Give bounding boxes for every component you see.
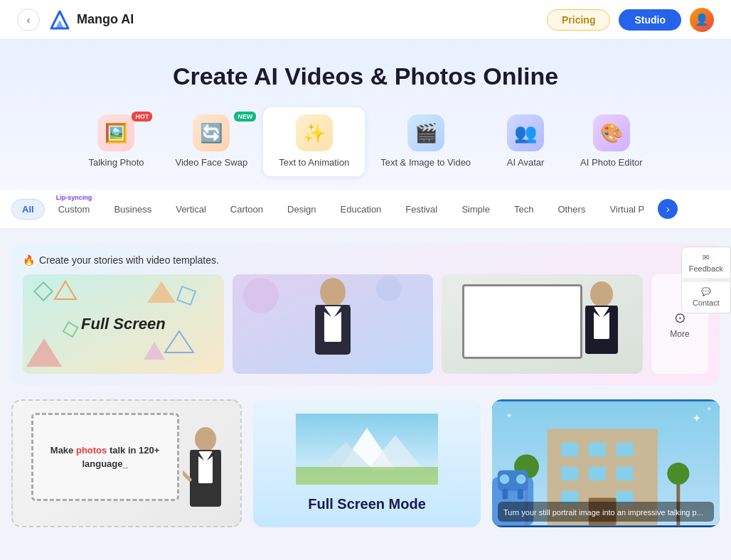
tool-item-ai-avatar[interactable]: 👥AI Avatar — [486, 107, 565, 176]
feedback-icon: ✉ — [703, 253, 709, 262]
svg-point-19 — [590, 281, 613, 307]
svg-point-14 — [320, 278, 346, 306]
svg-rect-42 — [617, 467, 634, 480]
tool-label-text-image-to-video: Text & Image to Video — [380, 157, 471, 169]
cat-tab-custom[interactable]: Lip-syncingCustom — [48, 199, 101, 220]
tool-icon-text-to-animation: ✨ — [296, 114, 333, 151]
svg-rect-37 — [561, 443, 578, 456]
bottom-card-talking-photo[interactable]: Make photos talk in 120+language_ — [11, 399, 242, 527]
svg-rect-34 — [296, 467, 438, 485]
contact-icon: 💬 — [701, 287, 711, 296]
studio-button[interactable]: Studio — [619, 9, 681, 31]
svg-rect-39 — [617, 443, 634, 456]
avatar[interactable]: 👤 — [690, 8, 714, 32]
svg-rect-38 — [589, 443, 606, 456]
svg-text:✦: ✦ — [506, 411, 513, 420]
svg-point-49 — [667, 463, 689, 485]
person-silhouette — [304, 278, 361, 374]
logo-text: Mango AI — [77, 12, 134, 27]
feedback-label: Feedback — [689, 264, 723, 273]
mountain-scene — [296, 414, 438, 485]
svg-text:✦: ✦ — [706, 405, 712, 413]
tool-label-video-face-swap: Video Face Swap — [175, 157, 247, 169]
svg-rect-54 — [503, 489, 508, 500]
svg-rect-40 — [561, 467, 578, 480]
whiteboard-text: Make photos talk in 120+language_ — [50, 443, 160, 471]
tool-item-talking-photo[interactable]: HOT🖼️Talking Photo — [73, 107, 159, 176]
cat-tab-others[interactable]: Others — [547, 199, 596, 220]
tool-label-ai-avatar: AI Avatar — [507, 157, 545, 169]
tool-label-text-to-animation: Text to Animation — [279, 157, 349, 169]
cat-tab-education[interactable]: Education — [330, 199, 393, 220]
cat-tab-tech[interactable]: Tech — [503, 199, 544, 220]
template-card-3-inner — [442, 274, 643, 374]
templates-section: 🔥 Create your stories with video templat… — [11, 243, 720, 385]
tool-label-ai-photo-editor: AI Photo Editor — [580, 157, 642, 169]
template-cards: Full Screen — [23, 274, 708, 374]
template-card-1[interactable]: Full Screen — [23, 274, 224, 374]
svg-line-29 — [183, 469, 190, 480]
templates-header: 🔥 Create your stories with video templat… — [23, 254, 708, 266]
more-label: More — [670, 329, 689, 339]
tool-icon-ai-photo-editor: 🎨 — [593, 114, 630, 151]
svg-point-12 — [243, 278, 279, 313]
category-bar: AllLip-syncingCustomBusinessVerticalCart… — [0, 190, 731, 229]
contact-label: Contact — [693, 298, 720, 307]
back-button[interactable]: ‹ — [17, 9, 40, 31]
svg-point-52 — [500, 474, 510, 484]
cat-tab-virtualp[interactable]: Virtual P — [599, 199, 655, 220]
avatar-icon: 👤 — [695, 13, 709, 26]
template-card-2[interactable] — [233, 274, 434, 374]
tool-item-text-to-animation[interactable]: ✨Text to Animation — [263, 107, 365, 176]
person-small — [183, 426, 229, 526]
svg-point-13 — [376, 276, 402, 301]
portrait-description: Turn your still portrait image into an i… — [503, 508, 703, 517]
cat-tab-vertical[interactable]: Vertical — [165, 199, 217, 220]
hero-section: Create AI Videos & Photos Online HOT🖼️Ta… — [0, 40, 731, 190]
tool-item-video-face-swap[interactable]: NEW🔄Video Face Swap — [159, 107, 263, 176]
fullscreen-card-label: Full Screen — [81, 315, 166, 333]
whiteboard — [462, 284, 583, 359]
person-silhouette-2 — [577, 281, 626, 374]
feedback-button[interactable]: ✉ Feedback — [681, 247, 731, 279]
bottom-card-fullscreen[interactable]: Full Screen Mode — [253, 399, 481, 527]
cat-tab-business[interactable]: Business — [103, 199, 162, 220]
portrait-content: ✦ ✦ ✦ Turn your still portrait image int… — [492, 399, 720, 527]
bottom-card-portrait[interactable]: ✦ ✦ ✦ Turn your still portrait image int… — [492, 399, 720, 527]
svg-point-24 — [195, 427, 216, 451]
svg-text:✦: ✦ — [692, 412, 701, 424]
cat-tab-cartoon[interactable]: Cartoon — [220, 199, 274, 220]
templates-header-text: Create your stories with video templates… — [39, 254, 219, 266]
bottom-cards: Make photos talk in 120+language_ — [0, 399, 731, 542]
tool-icon-text-image-to-video: 🎬 — [407, 114, 444, 151]
tool-icon-talking-photo: 🖼️ — [97, 114, 134, 151]
lip-sync-label: Lip-syncing — [56, 194, 92, 201]
tool-label-talking-photo: Talking Photo — [88, 157, 144, 169]
svg-point-53 — [516, 474, 526, 484]
tool-icon-ai-avatar: 👥 — [507, 114, 544, 151]
logo: Mango AI — [48, 9, 134, 31]
cat-tab-design[interactable]: Design — [277, 199, 326, 220]
back-icon: ‹ — [27, 14, 31, 26]
cat-tab-all[interactable]: All — [11, 199, 45, 220]
category-next-button[interactable]: › — [658, 199, 678, 219]
logo-icon — [48, 9, 71, 31]
pricing-button[interactable]: Pricing — [547, 9, 610, 31]
talking-photo-content: Make photos talk in 120+language_ — [13, 401, 240, 526]
whiteboard-frame: Make photos talk in 120+language_ — [31, 413, 179, 500]
svg-rect-55 — [518, 489, 523, 500]
svg-rect-41 — [589, 467, 606, 480]
template-card-2-inner — [233, 274, 434, 374]
svg-marker-1 — [55, 20, 64, 28]
template-card-3[interactable] — [442, 274, 643, 374]
tool-item-text-image-to-video[interactable]: 🎬Text & Image to Video — [365, 107, 486, 176]
template-card-1-inner: Full Screen — [23, 274, 224, 374]
tool-item-ai-photo-editor[interactable]: 🎨AI Photo Editor — [565, 107, 658, 176]
portrait-overlay-text: Turn your still portrait image into an i… — [498, 502, 714, 522]
cat-tab-simple[interactable]: Simple — [451, 199, 501, 220]
contact-button[interactable]: 💬 Contact — [681, 281, 731, 313]
side-panel: ✉ Feedback 💬 Contact — [681, 247, 731, 313]
hero-title: Create AI Videos & Photos Online — [0, 63, 731, 90]
cat-tab-festival[interactable]: Festival — [395, 199, 448, 220]
fire-icon: 🔥 — [23, 254, 35, 266]
